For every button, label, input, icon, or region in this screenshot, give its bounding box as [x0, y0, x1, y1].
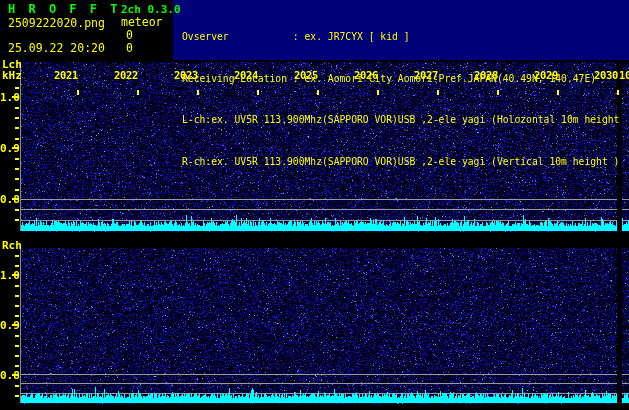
rch-freq-tick-0.9: 0.9 [0, 319, 14, 332]
lch-freq-tick-0.8: 0.8 [0, 193, 14, 206]
mode-label: meteor [121, 15, 163, 29]
observer-line: Ovserver : ex. JR7CYX [ kid ] [182, 30, 619, 44]
time-label-2028: 2028 [470, 69, 498, 81]
time-label-2027: 2027 [410, 69, 438, 81]
time-label-2024: 2024 [230, 69, 258, 81]
lch-freq-tick-1.0: 1.0 [0, 91, 14, 104]
app-title: H R O F F T [8, 2, 120, 16]
rch-freq-tick-0.8: 0.8 [0, 369, 14, 382]
time-label-2023: 2023 [170, 69, 198, 81]
rch-setup-line: R-ch:ex. UV5R 113.900Mhz(SAPPORO VOR)USB… [182, 155, 619, 169]
lch-setup-line: L-ch:ex. UV5R 113.900Mhz(SAPPORO VOR)USB… [182, 113, 619, 127]
datetime-label: 25.09.22 20:20 [8, 41, 105, 55]
time-label-2030: 2030 [590, 69, 618, 81]
time-label-partial-right: 10 [619, 69, 629, 81]
time-label-2026: 2026 [350, 69, 378, 81]
lch-freq-tick-0.9: 0.9 [0, 142, 14, 155]
time-label-2021: 2021 [50, 69, 78, 81]
khz-unit-label: kHz [2, 69, 22, 82]
observer-info-block: Ovserver : ex. JR7CYX [ kid ] Receiving … [182, 2, 619, 183]
time-label-2025: 2025 [290, 69, 318, 81]
rch-freq-tick-1.0: 1.0 [0, 269, 14, 282]
hrofft-window: { "app": { "title": "H R O F F T", "vers… [0, 0, 629, 410]
meteor-count-bottom: 0 [126, 41, 133, 55]
output-filename: 2509222020.png [8, 16, 105, 30]
meteor-count-top: 0 [126, 28, 133, 42]
time-label-2029: 2029 [530, 69, 558, 81]
time-label-2022: 2022 [110, 69, 138, 81]
rch-label: Rch [2, 239, 22, 252]
